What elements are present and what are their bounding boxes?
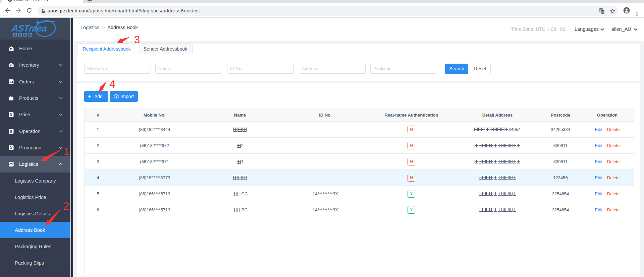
svg-text:1: 1	[64, 146, 69, 157]
svg-text:4: 4	[109, 78, 115, 90]
svg-text:2: 2	[63, 200, 69, 212]
